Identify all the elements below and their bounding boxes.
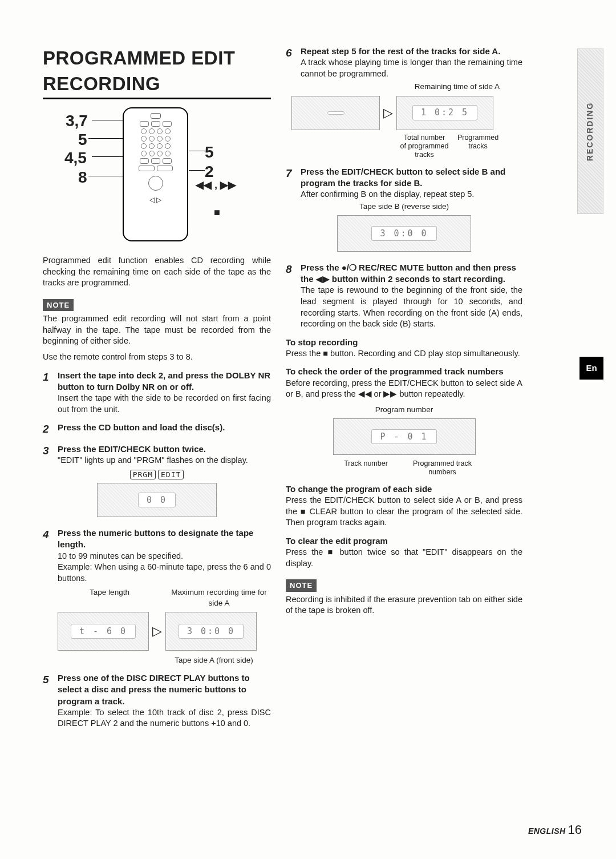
note-2-text: Recording is inhibited if the erasure pr… xyxy=(286,594,522,616)
step6-label-br: Programmed tracks xyxy=(453,134,502,159)
note-badge-1: NOTE xyxy=(43,299,74,312)
step-1-body: Insert the tape with the side to be reco… xyxy=(58,393,271,415)
display-step3: 0 0 xyxy=(97,483,217,517)
step-6-title: Repeat step 5 for the rest of the tracks… xyxy=(301,46,522,57)
display-step6-right: 1 0:2 5 xyxy=(396,96,493,130)
step-8: 8 Press the ●/❍ REC/REC MUTE button and … xyxy=(286,262,522,330)
step-5-body: Example: To select the 10th track of dis… xyxy=(58,707,271,729)
callout-4-5: 4,5 xyxy=(64,147,87,169)
stop-heading: To stop recording xyxy=(286,337,522,348)
step-1: 1 Insert the tape into deck 2, and press… xyxy=(43,370,271,416)
check-body: Before recording, press the EDIT/CHECK b… xyxy=(286,378,522,400)
step-2-title: Press the CD button and load the disc(s)… xyxy=(58,422,225,437)
step-8-body: The tape is rewound to the beginning of … xyxy=(301,285,522,329)
stop-body: Press the ■ button. Recording and CD pla… xyxy=(286,348,522,360)
clear-body: Press the ■ button twice so that "EDIT" … xyxy=(286,547,522,569)
display-step7: 3 0:0 0 xyxy=(337,215,471,252)
step-4: 4 Press the numeric buttons to designate… xyxy=(43,527,271,551)
step-7: 7 Press the EDIT/CHECK button to select … xyxy=(286,166,522,200)
display-check: P - 0 1 xyxy=(333,418,476,455)
step-6-body: A track whose playing time is longer tha… xyxy=(301,57,522,79)
step-3: 3 Press the EDIT/CHECK button twice. "ED… xyxy=(43,443,271,466)
arrow-icon: ▷ xyxy=(383,104,393,122)
callout-stop: ■ xyxy=(214,205,220,219)
note-1-text: The programmed edit recording will not s… xyxy=(43,313,271,347)
step-8-title: Press the ●/❍ REC/REC MUTE button and th… xyxy=(301,262,522,285)
display-step4-right: 3 0:0 0 xyxy=(165,612,257,651)
step-5-title: Press one of the DISC DIRECT PLAY button… xyxy=(58,672,271,707)
display-step4-left: t - 6 0 xyxy=(58,612,149,651)
intro-text: Programmed edit function enables CD reco… xyxy=(43,255,271,289)
step-4-body2: Example: When using a 60-minute tape, pr… xyxy=(58,562,271,584)
remote-diagram: 3,7 5 4,5 8 5 2 ◀◀ , ▶▶ ■ xyxy=(43,107,271,247)
step6-label-top: Remaining time of side A xyxy=(286,82,500,92)
check-label-top: Program number xyxy=(286,405,522,415)
step-2: 2 Press the CD button and load the disc(… xyxy=(43,422,271,437)
note-badge-2: NOTE xyxy=(286,579,317,592)
step7-caption: Tape side B (reverse side) xyxy=(286,201,522,212)
check-label-br: Programmed track numbers xyxy=(407,459,479,477)
remote-outline: ◁ ▷ xyxy=(123,107,188,241)
step4-label-left: Tape length xyxy=(58,587,161,598)
display-step6-left xyxy=(291,96,380,130)
step-7-title: Press the EDIT/CHECK button to select si… xyxy=(301,166,522,189)
step-1-title: Insert the tape into deck 2, and press t… xyxy=(58,370,271,393)
step-4-body1: 10 to 99 minutes can be specified. xyxy=(58,551,271,562)
arrow-icon: ▷ xyxy=(152,623,162,640)
callout-5b: 5 xyxy=(205,142,214,163)
language-badge: En xyxy=(579,357,603,380)
callout-rewff: ◀◀ , ▶▶ xyxy=(196,178,236,192)
step6-label-bl: Total number of programmed tracks xyxy=(400,134,449,159)
step4-caption: Tape side A (front side) xyxy=(157,655,271,666)
clear-heading: To clear the edit program xyxy=(286,535,522,547)
page-title: PROGRAMMED EDIT RECORDING xyxy=(43,46,271,99)
prgm-edit-indicator: PRGMEDIT xyxy=(43,470,271,480)
page-footer: ENGLISH 16 xyxy=(528,821,582,838)
step-3-title: Press the EDIT/CHECK button twice. xyxy=(58,443,248,455)
remote-hint: Use the remote control from steps 3 to 8… xyxy=(43,352,271,363)
side-tab-recording: RECORDING xyxy=(577,49,603,214)
step-5: 5 Press one of the DISC DIRECT PLAY butt… xyxy=(43,672,271,729)
check-heading: To check the order of the programmed tra… xyxy=(286,366,522,377)
change-heading: To change the program of each side xyxy=(286,483,522,495)
step-4-title: Press the numeric buttons to designate t… xyxy=(58,527,271,551)
check-label-bl: Track number xyxy=(330,459,402,477)
change-body: Press the EDIT/CHECK button to select si… xyxy=(286,495,522,529)
callout-8: 8 xyxy=(78,167,87,188)
step4-label-right: Maximum recording time for side A xyxy=(167,587,271,608)
step-3-body: "EDIT" lights up and "PRGM" flashes on t… xyxy=(58,455,248,466)
step-7-body: After confirming B on the display, repea… xyxy=(301,189,522,200)
step-6: 6 Repeat step 5 for the rest of the trac… xyxy=(286,46,522,79)
